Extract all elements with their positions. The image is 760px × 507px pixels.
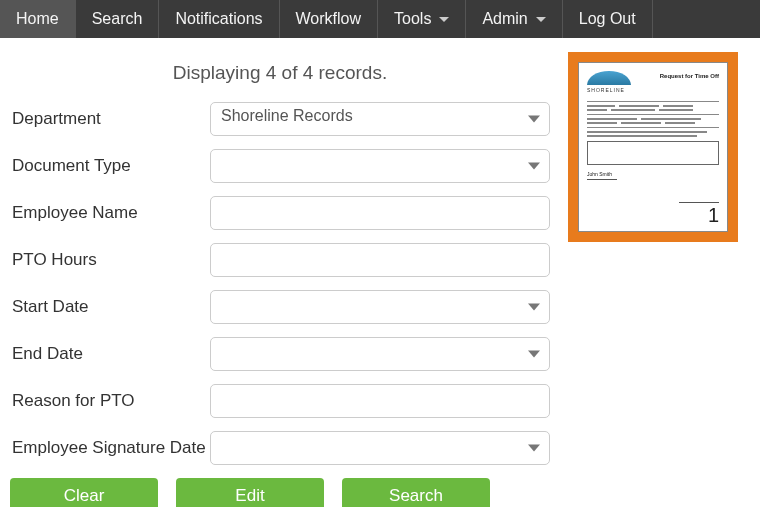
record-count-status: Displaying 4 of 4 records. [10,48,550,102]
button-row: Clear Edit Search [10,478,550,507]
top-nav: Home Search Notifications Workflow Tools… [0,0,760,38]
thumbnail-page-number: 1 [708,204,719,227]
nav-search[interactable]: Search [76,0,160,38]
logo-icon [587,71,631,85]
search-panel: Displaying 4 of 4 records. Department Sh… [0,38,560,507]
main-area: Displaying 4 of 4 records. Department Sh… [0,38,760,507]
nav-admin-label: Admin [482,10,527,28]
nav-home[interactable]: Home [0,0,76,38]
start-date-label: Start Date [10,297,210,317]
thumbnail-page: SHORELINE Request for Time Off John Smit… [578,62,728,232]
nav-notifications[interactable]: Notifications [159,0,279,38]
employee-name-label: Employee Name [10,203,210,223]
chevron-down-icon [439,17,449,22]
start-date-select[interactable] [210,290,550,324]
department-select[interactable]: Shoreline Records [210,102,550,136]
nav-tools-label: Tools [394,10,431,28]
document-thumbnail[interactable]: SHORELINE Request for Time Off John Smit… [568,52,738,242]
nav-admin[interactable]: Admin [466,0,562,38]
edit-button[interactable]: Edit [176,478,324,507]
preview-panel: SHORELINE Request for Time Off John Smit… [560,38,760,507]
thumbnail-brand: SHORELINE [587,87,719,93]
department-label: Department [10,109,210,129]
employee-name-input[interactable] [210,196,550,230]
nav-logout[interactable]: Log Out [563,0,653,38]
nav-workflow[interactable]: Workflow [280,0,379,38]
document-type-select[interactable] [210,149,550,183]
pto-hours-input[interactable] [210,243,550,277]
end-date-label: End Date [10,344,210,364]
signature-date-select[interactable] [210,431,550,465]
reason-input[interactable] [210,384,550,418]
nav-tools[interactable]: Tools [378,0,466,38]
chevron-down-icon [536,17,546,22]
pto-hours-label: PTO Hours [10,250,210,270]
reason-label: Reason for PTO [10,391,210,411]
search-button[interactable]: Search [342,478,490,507]
clear-button[interactable]: Clear [10,478,158,507]
end-date-select[interactable] [210,337,550,371]
document-type-label: Document Type [10,156,210,176]
thumbnail-doc-title: Request for Time Off [660,73,719,79]
signature-date-label: Employee Signature Date [10,438,210,458]
thumbnail-signature: John Smith [587,171,719,177]
